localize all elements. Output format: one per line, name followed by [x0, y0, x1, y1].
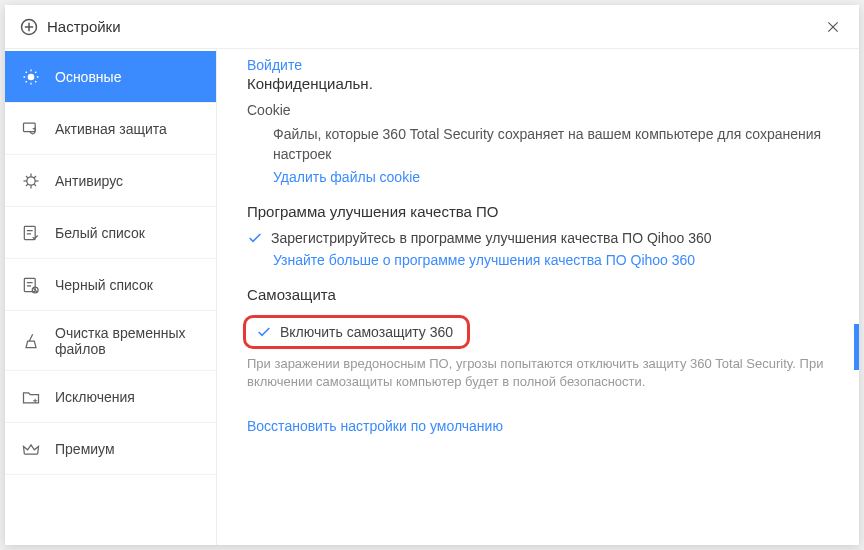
gear-icon — [19, 65, 43, 89]
selfprotect-checkbox-label: Включить самозащиту 360 — [280, 324, 453, 340]
folder-icon — [19, 385, 43, 409]
sidebar-item-label: Исключения — [55, 389, 135, 405]
sidebar: Основные Активная защита Антивирус — [5, 49, 217, 545]
sidebar-item-active-protection[interactable]: Активная защита — [5, 103, 216, 155]
selfprotect-heading: Самозащита — [247, 286, 835, 303]
titlebar: Настройки — [5, 5, 859, 49]
close-button[interactable] — [821, 15, 845, 39]
sidebar-item-general[interactable]: Основные — [5, 51, 216, 103]
sidebar-item-cleanup[interactable]: Очистка временных файлов — [5, 311, 216, 371]
svg-rect-6 — [24, 123, 36, 131]
cookie-heading: Cookie — [247, 102, 835, 118]
sidebar-item-label: Черный список — [55, 277, 153, 293]
sidebar-item-premium[interactable]: Премиум — [5, 423, 216, 475]
selfprotect-highlight: Включить самозащиту 360 — [243, 315, 470, 349]
window-body: Основные Активная защита Антивирус — [5, 49, 859, 545]
sidebar-item-label: Антивирус — [55, 173, 123, 189]
delete-cookies-link[interactable]: Удалить файлы cookie — [273, 169, 835, 185]
svg-line-12 — [26, 176, 28, 178]
improvement-checkbox-label: Зарегистрируйтесь в программе улучшения … — [271, 230, 712, 246]
sidebar-item-label: Белый список — [55, 225, 145, 241]
svg-rect-17 — [24, 278, 35, 291]
checkbox-checked-icon — [256, 324, 272, 340]
svg-point-5 — [28, 74, 33, 79]
virus-icon — [19, 169, 43, 193]
window-title: Настройки — [47, 18, 821, 35]
scroll-indicator[interactable] — [854, 324, 859, 370]
svg-line-15 — [26, 183, 28, 185]
broom-icon — [19, 329, 43, 353]
sidebar-item-exclusions[interactable]: Исключения — [5, 371, 216, 423]
list-check-icon — [19, 221, 43, 245]
sidebar-item-label: Активная защита — [55, 121, 167, 137]
sidebar-item-label: Основные — [55, 69, 121, 85]
selfprotect-checkbox-row[interactable]: Включить самозащиту 360 — [250, 324, 453, 340]
cookie-description: Файлы, которые 360 Total Security сохран… — [273, 124, 835, 165]
privacy-heading: Конфиденциальн. — [247, 75, 835, 92]
selfprotect-description: При заражении вредоносным ПО, угрозы поп… — [247, 355, 835, 393]
sidebar-item-blacklist[interactable]: Черный список — [5, 259, 216, 311]
sidebar-item-whitelist[interactable]: Белый список — [5, 207, 216, 259]
settings-window: Настройки Основные — [5, 5, 859, 545]
improvement-checkbox-row[interactable]: Зарегистрируйтесь в программе улучшения … — [247, 230, 835, 246]
app-icon — [19, 17, 39, 37]
improvement-learn-more-link[interactable]: Узнайте больше о программе улучшения кач… — [273, 252, 835, 268]
shield-monitor-icon — [19, 117, 43, 141]
svg-line-14 — [34, 176, 36, 178]
login-link[interactable]: Войдите — [247, 57, 835, 73]
sidebar-item-label: Премиум — [55, 441, 115, 457]
restore-defaults-link[interactable]: Восстановить настройки по умолчанию — [247, 418, 835, 434]
sidebar-item-label: Очистка временных файлов — [55, 325, 202, 357]
checkbox-checked-icon — [247, 230, 263, 246]
sidebar-item-antivirus[interactable]: Антивирус — [5, 155, 216, 207]
improvement-heading: Программа улучшения качества ПО — [247, 203, 835, 220]
content-panel: Войдите Конфиденциальн. Cookie Файлы, ко… — [217, 49, 859, 545]
svg-line-13 — [34, 183, 36, 185]
crown-icon — [19, 437, 43, 461]
list-block-icon — [19, 273, 43, 297]
